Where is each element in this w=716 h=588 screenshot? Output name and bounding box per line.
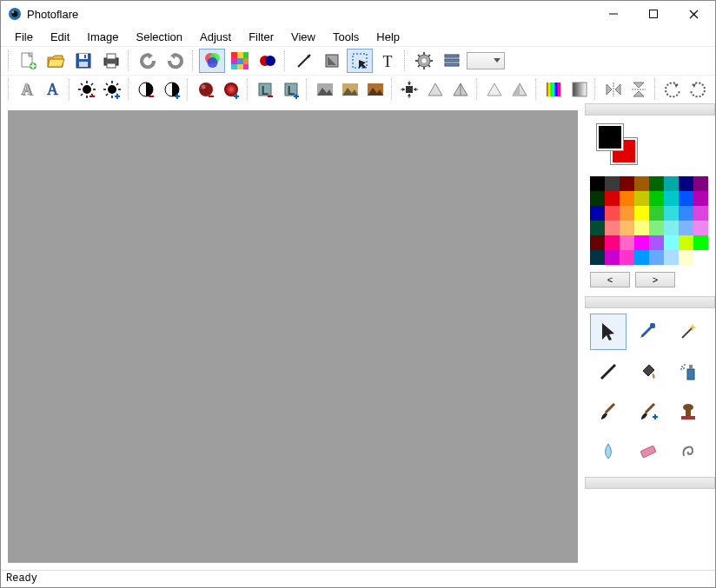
- palette-swatch[interactable]: [693, 235, 708, 250]
- sepia-button[interactable]: [364, 77, 388, 102]
- brightness-down-button[interactable]: [75, 77, 98, 102]
- pixelate-button[interactable]: [227, 49, 253, 73]
- menu-adjust[interactable]: Adjust: [191, 29, 240, 45]
- palette-swatch[interactable]: [590, 221, 605, 235]
- hue-rainbow-button[interactable]: [542, 77, 566, 102]
- palette-swatch[interactable]: [620, 206, 634, 221]
- menu-tools[interactable]: Tools: [324, 29, 368, 45]
- palette-swatch[interactable]: [605, 176, 620, 191]
- layers-button[interactable]: [439, 49, 465, 73]
- palette-next-button[interactable]: >: [635, 272, 675, 287]
- palette-swatch[interactable]: [620, 250, 634, 265]
- menu-view[interactable]: View: [282, 29, 324, 45]
- gray-gradient-button[interactable]: [567, 77, 591, 102]
- palette-swatch[interactable]: [649, 235, 664, 250]
- triangle-3-button[interactable]: [482, 77, 506, 102]
- palette-swatch[interactable]: [634, 206, 649, 221]
- palette-swatch[interactable]: [693, 206, 708, 221]
- rotate-ccw-button[interactable]: [660, 77, 684, 102]
- color-panel-header[interactable]: [585, 103, 715, 116]
- palette-swatch[interactable]: [664, 206, 679, 221]
- palette-swatch[interactable]: [605, 191, 620, 206]
- menu-image[interactable]: Image: [78, 29, 127, 45]
- palette-swatch[interactable]: [605, 221, 620, 235]
- triangle-2-button[interactable]: [448, 77, 472, 102]
- palette-swatch[interactable]: [664, 221, 679, 235]
- palette-swatch[interactable]: [664, 176, 679, 191]
- open-file-button[interactable]: [43, 49, 69, 73]
- palette-swatch[interactable]: [620, 221, 634, 235]
- color-circles-button[interactable]: [255, 49, 281, 73]
- eraser-tool[interactable]: [630, 433, 666, 470]
- paintbrush-tool[interactable]: [590, 393, 626, 430]
- bottom-panel-header[interactable]: [585, 477, 715, 489]
- center-crop-button[interactable]: [398, 77, 421, 102]
- palette-swatch[interactable]: [664, 250, 679, 265]
- palette-swatch[interactable]: [664, 191, 679, 206]
- new-file-button[interactable]: [15, 49, 41, 73]
- menu-edit[interactable]: Edit: [42, 29, 78, 45]
- palette-swatch[interactable]: [590, 191, 605, 206]
- text-tool-button[interactable]: T: [375, 49, 401, 73]
- clone-brush-tool[interactable]: [630, 393, 666, 430]
- palette-swatch[interactable]: [649, 176, 664, 191]
- palette-swatch[interactable]: [634, 191, 649, 206]
- palette-swatch[interactable]: [679, 176, 693, 191]
- settings-button[interactable]: [411, 49, 437, 73]
- stamp-tool[interactable]: [670, 393, 706, 430]
- palette-swatch[interactable]: [605, 206, 620, 221]
- contrast-down-button[interactable]: [135, 77, 158, 102]
- flip-vertical-button[interactable]: [626, 77, 650, 102]
- palette-swatch[interactable]: [693, 176, 708, 191]
- foreground-color-swatch[interactable]: [597, 124, 623, 150]
- palette-swatch[interactable]: [634, 221, 649, 235]
- menu-file[interactable]: File: [6, 29, 42, 45]
- palette-swatch[interactable]: [679, 206, 693, 221]
- text-color-button[interactable]: A: [41, 77, 65, 102]
- blur-tool[interactable]: [590, 433, 626, 470]
- palette-swatch[interactable]: [649, 191, 664, 206]
- brightness-up-button[interactable]: [101, 77, 124, 102]
- grayscale-button[interactable]: [313, 77, 336, 102]
- contrast-up-button[interactable]: [160, 77, 183, 102]
- palette-swatch[interactable]: [590, 206, 605, 221]
- triangle-4-button[interactable]: [508, 77, 532, 102]
- maximize-button[interactable]: [633, 1, 673, 27]
- fg-bg-swatches[interactable]: [597, 124, 715, 171]
- select-tool-button[interactable]: [347, 49, 373, 73]
- magic-wand-tool[interactable]: [670, 314, 706, 350]
- palette-swatch[interactable]: [679, 250, 693, 265]
- palette-prev-button[interactable]: <: [590, 272, 630, 287]
- close-button[interactable]: [673, 1, 713, 27]
- print-button[interactable]: [98, 49, 124, 73]
- spray-tool[interactable]: [670, 353, 706, 390]
- pointer-tool[interactable]: [590, 314, 626, 350]
- line-tool-button[interactable]: [291, 49, 317, 73]
- palette-swatch[interactable]: [634, 235, 649, 250]
- menu-selection[interactable]: Selection: [128, 29, 191, 45]
- palette-swatch[interactable]: [679, 221, 693, 235]
- redo-button[interactable]: [162, 49, 189, 73]
- palette-swatch[interactable]: [649, 206, 664, 221]
- text-shadow-button[interactable]: AA: [15, 77, 39, 102]
- eyedropper-tool[interactable]: [630, 314, 666, 350]
- palette-swatch[interactable]: [693, 221, 708, 235]
- rotate-right-button[interactable]: L: [279, 77, 302, 102]
- rotate-left-button[interactable]: L: [254, 77, 277, 102]
- saturation-down-button[interactable]: [194, 77, 217, 102]
- rotate-cw-button[interactable]: [686, 77, 710, 102]
- palette-swatch[interactable]: [649, 221, 664, 235]
- minimize-button[interactable]: [593, 1, 633, 27]
- palette-swatch[interactable]: [634, 176, 649, 191]
- bucket-fill-tool[interactable]: [630, 353, 666, 390]
- palette-swatch[interactable]: [649, 250, 664, 265]
- palette-swatch[interactable]: [620, 191, 634, 206]
- palette-swatch[interactable]: [664, 235, 679, 250]
- palette-swatch[interactable]: [679, 191, 693, 206]
- palette-swatch[interactable]: [605, 235, 620, 250]
- canvas-area[interactable]: [8, 110, 578, 563]
- palette-swatch[interactable]: [679, 235, 693, 250]
- line-draw-tool[interactable]: [590, 353, 626, 390]
- menu-help[interactable]: Help: [368, 29, 408, 45]
- palette-swatch[interactable]: [590, 235, 605, 250]
